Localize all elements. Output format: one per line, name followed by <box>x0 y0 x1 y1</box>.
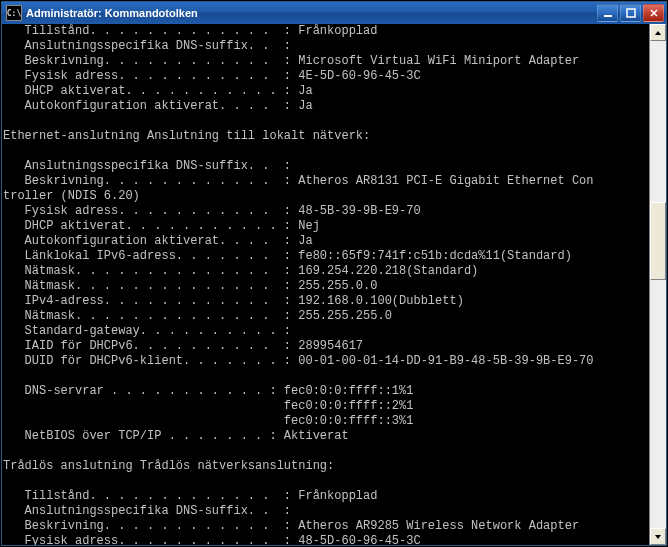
vertical-scrollbar[interactable] <box>649 24 666 545</box>
window-title: Administratör: Kommandotolken <box>26 7 597 19</box>
minimize-button[interactable] <box>597 4 618 22</box>
scrollbar-track[interactable] <box>650 41 666 528</box>
scroll-down-button[interactable] <box>650 528 666 545</box>
maximize-button[interactable] <box>620 4 641 22</box>
svg-rect-1 <box>627 9 635 17</box>
scroll-up-button[interactable] <box>650 24 666 41</box>
svg-rect-0 <box>604 15 612 17</box>
client-area: Tillstånd. . . . . . . . . . . . . : Frå… <box>2 24 666 545</box>
console-output: Tillstånd. . . . . . . . . . . . . : Frå… <box>2 24 649 545</box>
scrollbar-thumb[interactable] <box>650 202 666 280</box>
window-buttons <box>597 4 664 22</box>
titlebar[interactable]: C:\ Administratör: Kommandotolken <box>2 2 666 24</box>
cmd-window: C:\ Administratör: Kommandotolken Tillst… <box>1 1 667 546</box>
app-icon: C:\ <box>6 5 22 21</box>
close-button[interactable] <box>643 4 664 22</box>
